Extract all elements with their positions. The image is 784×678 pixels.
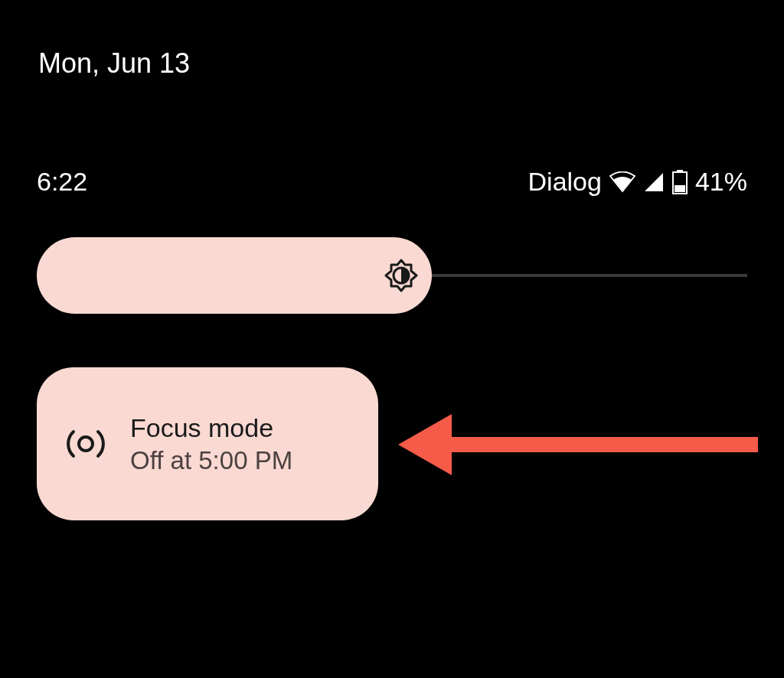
wifi-icon <box>609 171 635 193</box>
annotation-arrow-icon <box>398 410 758 479</box>
brightness-slider-fill <box>37 237 432 314</box>
status-carrier: Dialog <box>528 167 602 197</box>
focus-mode-text: Focus mode Off at 5:00 PM <box>130 413 292 475</box>
status-time: 6:22 <box>37 167 87 197</box>
battery-icon <box>672 170 688 194</box>
svg-rect-5 <box>444 437 758 452</box>
date-header: Mon, Jun 13 <box>38 47 190 80</box>
focus-mode-tile[interactable]: Focus mode Off at 5:00 PM <box>37 367 378 520</box>
cellular-signal-icon <box>643 171 665 193</box>
focus-mode-title: Focus mode <box>130 413 292 443</box>
battery-percentage: 41% <box>695 167 747 197</box>
status-right: Dialog 41% <box>528 167 747 197</box>
svg-point-4 <box>79 437 93 451</box>
brightness-icon <box>381 256 421 295</box>
svg-rect-2 <box>675 185 685 192</box>
brightness-slider[interactable] <box>37 237 747 314</box>
focus-mode-subtitle: Off at 5:00 PM <box>130 446 292 475</box>
status-bar: 6:22 Dialog 41% <box>37 167 747 197</box>
focus-mode-icon <box>64 422 107 465</box>
